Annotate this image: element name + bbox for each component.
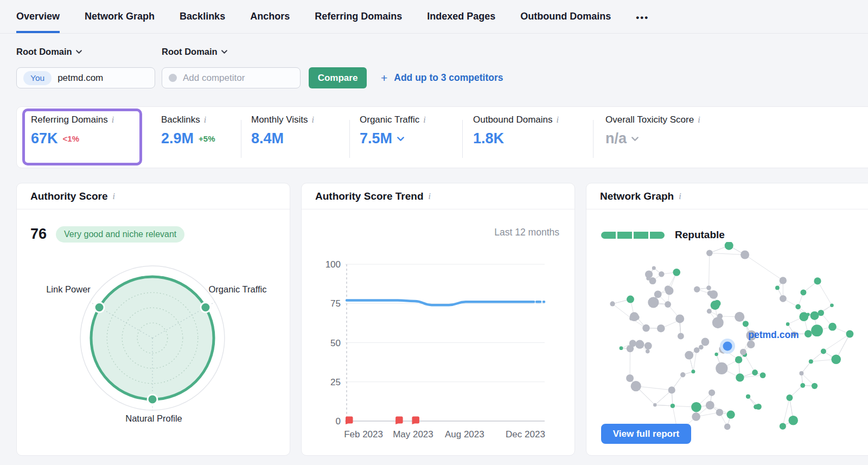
card-header: Authority Score i bbox=[17, 183, 290, 209]
info-icon[interactable]: i bbox=[556, 115, 558, 125]
compare-button[interactable]: Compare bbox=[309, 67, 367, 88]
info-icon[interactable]: i bbox=[698, 115, 700, 125]
card-title: Network Graph bbox=[600, 190, 674, 202]
card-header: Network Graph i bbox=[586, 183, 868, 209]
competitor-scope-dropdown[interactable]: Root Domain bbox=[162, 47, 227, 57]
metric-organic-traffic: Organic Traffici 7.5M bbox=[360, 114, 426, 147]
svg-text:0: 0 bbox=[336, 416, 341, 426]
add-competitors-link[interactable]: + Add up to 3 competitors bbox=[381, 67, 503, 88]
divider bbox=[349, 120, 350, 158]
trend-period-label: Last 12 months bbox=[494, 227, 559, 238]
svg-text:25: 25 bbox=[330, 377, 341, 387]
divider bbox=[462, 120, 463, 158]
svg-text:May 2023: May 2023 bbox=[393, 429, 433, 439]
metric-delta: <1% bbox=[63, 134, 79, 143]
tab-outbound-domains[interactable]: Outbound Domains bbox=[520, 0, 611, 33]
info-icon[interactable]: i bbox=[679, 192, 681, 201]
metric-label: Backlinks bbox=[161, 114, 200, 125]
info-icon[interactable]: i bbox=[112, 115, 114, 125]
summary-metrics-bar: Referring Domainsi 67K<1% Backlinksi 2.9… bbox=[16, 106, 868, 168]
tab-network-graph[interactable]: Network Graph bbox=[85, 0, 155, 33]
reputation-meter bbox=[601, 232, 665, 239]
metric-referring-domains: Referring Domainsi 67K<1% bbox=[31, 114, 114, 147]
metric-monthly-visits: Monthly Visitsi 8.4M bbox=[251, 114, 314, 147]
backlink-analytics-page: Overview Network Graph Backlinks Anchors… bbox=[0, 0, 868, 465]
authority-score-trend-chart: 1007550250Feb 2023May 2023Aug 2023Dec 20… bbox=[302, 243, 575, 452]
you-domain-input[interactable]: You petmd.com bbox=[16, 67, 155, 88]
svg-text:50: 50 bbox=[330, 338, 341, 348]
add-competitor-field[interactable] bbox=[162, 67, 301, 88]
metric-overall-toxicity-score: Overall Toxicity Scorei n/a bbox=[605, 114, 700, 147]
metric-label: Referring Domains bbox=[31, 114, 108, 125]
report-tabs: Overview Network Graph Backlinks Anchors… bbox=[0, 0, 868, 34]
svg-text:Feb 2023: Feb 2023 bbox=[344, 429, 383, 439]
info-icon[interactable]: i bbox=[204, 115, 206, 125]
radar-axis-natural-profile: Natural Profile bbox=[17, 412, 290, 425]
authority-score-card: Authority Score i 76 Very good and niche… bbox=[16, 183, 290, 456]
radar-axis-link-power: Link Power bbox=[44, 283, 93, 296]
reputation-status-label: Reputable bbox=[675, 229, 725, 241]
metric-label: Monthly Visits bbox=[251, 114, 308, 125]
you-badge: You bbox=[23, 71, 52, 85]
metric-value: 7.5M bbox=[360, 130, 392, 147]
tab-overview[interactable]: Overview bbox=[16, 0, 60, 33]
chevron-down-icon[interactable] bbox=[397, 137, 404, 141]
metric-label: Overall Toxicity Score bbox=[605, 114, 694, 125]
authority-score-radar-chart bbox=[74, 255, 231, 421]
meter-segment bbox=[634, 232, 648, 239]
plus-icon: + bbox=[381, 72, 387, 85]
authority-score-value: 76 bbox=[30, 226, 47, 243]
metric-value: 67K bbox=[31, 130, 58, 147]
you-scope-label: Root Domain bbox=[16, 47, 72, 57]
authority-score-badge: Very good and niche relevant bbox=[56, 226, 184, 243]
tab-referring-domains[interactable]: Referring Domains bbox=[315, 0, 402, 33]
competitor-scope-label: Root Domain bbox=[162, 47, 218, 57]
divider bbox=[593, 120, 593, 158]
svg-text:100: 100 bbox=[326, 259, 341, 270]
card-title: Authority Score bbox=[30, 190, 108, 202]
metric-value: n/a bbox=[605, 130, 627, 147]
metric-outbound-domains: Outbound Domainsi 1.8K bbox=[473, 114, 559, 147]
tab-anchors[interactable]: Anchors bbox=[250, 0, 290, 33]
meter-segment bbox=[650, 232, 665, 239]
info-icon[interactable]: i bbox=[312, 115, 314, 125]
info-icon[interactable]: i bbox=[113, 192, 115, 201]
tab-indexed-pages[interactable]: Indexed Pages bbox=[427, 0, 495, 33]
chevron-down-icon bbox=[221, 50, 227, 54]
view-full-report-button[interactable]: View full report bbox=[601, 424, 691, 444]
divider bbox=[241, 120, 241, 158]
metric-value: 2.9M bbox=[161, 130, 194, 147]
meter-segment bbox=[617, 232, 632, 239]
info-icon[interactable]: i bbox=[423, 115, 425, 125]
metric-label: Outbound Domains bbox=[473, 114, 552, 125]
authority-score-trend-card: Authority Score Trend i Last 12 months 1… bbox=[301, 183, 575, 456]
svg-text:Dec 2023: Dec 2023 bbox=[506, 429, 545, 439]
add-competitors-label: Add up to 3 competitors bbox=[394, 72, 503, 84]
metric-value: 8.4M bbox=[251, 130, 284, 147]
metric-delta: +5% bbox=[199, 134, 215, 143]
meter-segment bbox=[601, 232, 616, 239]
radar-axis-organic-traffic: Organic Traffic bbox=[208, 283, 267, 296]
chevron-down-icon bbox=[76, 50, 82, 54]
competitor-dot-icon bbox=[169, 74, 177, 82]
metric-label: Organic Traffic bbox=[360, 114, 419, 125]
more-tabs-ellipsis-icon[interactable]: ••• bbox=[636, 0, 649, 33]
chevron-down-icon[interactable] bbox=[631, 137, 639, 141]
you-domain-value: petmd.com bbox=[58, 73, 103, 84]
add-competitor-input[interactable] bbox=[183, 73, 280, 84]
svg-text:Aug 2023: Aug 2023 bbox=[445, 429, 484, 439]
tab-backlinks[interactable]: Backlinks bbox=[180, 0, 225, 33]
info-icon[interactable]: i bbox=[429, 192, 431, 201]
metric-value: 1.8K bbox=[473, 130, 504, 147]
you-scope-dropdown[interactable]: Root Domain bbox=[16, 47, 82, 57]
card-title: Authority Score Trend bbox=[315, 190, 424, 202]
metric-backlinks: Backlinksi 2.9M+5% bbox=[161, 114, 215, 147]
svg-text:75: 75 bbox=[330, 298, 341, 309]
card-header: Authority Score Trend i bbox=[302, 183, 575, 209]
network-graph-card: Network Graph i Reputable petmd.com View… bbox=[586, 183, 868, 456]
